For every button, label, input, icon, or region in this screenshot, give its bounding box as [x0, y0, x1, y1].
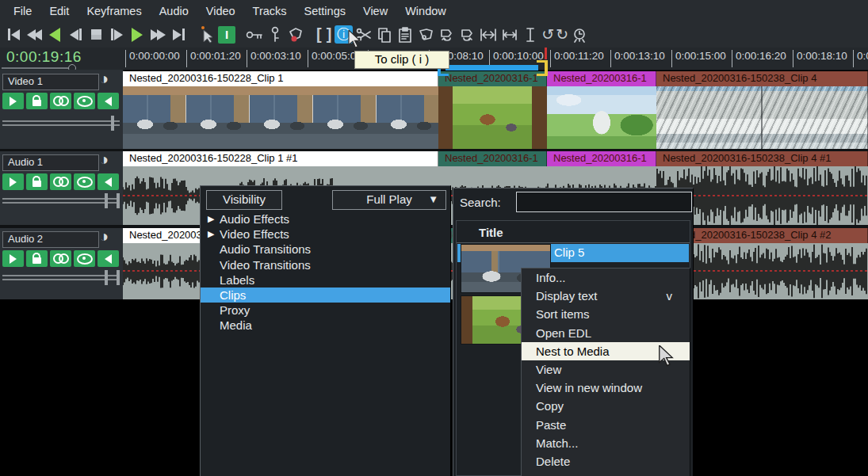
out-point-marker[interactable]: [537, 60, 548, 76]
visibility-list-item[interactable]: ▶ Audio Transitions: [201, 242, 450, 257]
fader-handle[interactable]: [105, 270, 120, 285]
visibility-list-item[interactable]: ▶ Labels: [201, 272, 450, 288]
context-menu-item[interactable]: Display text v: [522, 287, 690, 305]
clip-key-icon[interactable]: [245, 25, 264, 45]
menu-item[interactable]: Video: [197, 5, 244, 17]
out-point-bracket-button[interactable]: ]: [325, 25, 334, 44]
in-point-bracket-button[interactable]: [: [315, 25, 323, 44]
track-expand-icon[interactable]: ◑: [99, 150, 109, 169]
search-input[interactable]: [516, 192, 692, 212]
track-fader[interactable]: [2, 197, 120, 205]
fader-handle[interactable]: [105, 193, 120, 208]
track-draw-toggle[interactable]: [74, 93, 95, 109]
track-mute-toggle[interactable]: [98, 250, 119, 267]
track-mute-toggle[interactable]: [98, 173, 119, 190]
audio-clip[interactable]: Nested_20200316-150228_Clip 1 #1: [123, 151, 438, 166]
visibility-list-item[interactable]: ▶ Video Transitions: [201, 257, 450, 272]
track-play-toggle[interactable]: [2, 93, 24, 109]
context-menu-item[interactable]: View in new window: [522, 379, 690, 397]
go-to-end-button[interactable]: [169, 25, 188, 45]
track-title-input[interactable]: Video 1: [2, 74, 99, 90]
track-play-toggle[interactable]: [2, 173, 24, 190]
expand-arrow-icon[interactable]: ▶: [208, 211, 214, 227]
fit-width-icon[interactable]: [500, 25, 519, 45]
audio-clip[interactable]: Nested_20200316-1: [438, 151, 547, 166]
track-gang-toggle[interactable]: [50, 93, 71, 109]
context-menu-item[interactable]: Copy: [522, 397, 690, 415]
previous-label-icon[interactable]: [437, 25, 456, 45]
visibility-list-item[interactable]: ▶ Media: [201, 318, 450, 333]
go-to-start-button[interactable]: [4, 25, 23, 45]
track-draw-toggle[interactable]: [74, 250, 95, 267]
arrow-tool-button[interactable]: [197, 25, 216, 45]
paste-icon[interactable]: [396, 25, 415, 45]
track-arm-toggle[interactable]: [26, 93, 48, 109]
tooltip: To clip ( i ): [354, 51, 449, 69]
span-key-icon[interactable]: [266, 25, 285, 45]
undo-icon[interactable]: ↺: [541, 25, 554, 44]
menu-item[interactable]: Edit: [40, 5, 78, 17]
visibility-list-item[interactable]: ▶ Video Effects: [201, 227, 450, 242]
manual-goto-icon[interactable]: [570, 25, 589, 45]
menu-item[interactable]: Audio: [151, 5, 197, 17]
stop-button[interactable]: [86, 25, 105, 45]
track-title-input[interactable]: Audio 2: [2, 231, 99, 248]
video-clip[interactable]: Nested_20200316-150238_Clip 4: [656, 71, 868, 149]
label-lock-icon[interactable]: [286, 25, 305, 45]
menu-item[interactable]: Window: [396, 5, 455, 17]
frame-forward-button[interactable]: [107, 25, 126, 45]
track-draw-toggle[interactable]: [74, 173, 95, 190]
fit-selection-icon[interactable]: [478, 25, 499, 45]
context-menu-item[interactable]: Paste: [522, 416, 690, 434]
selection-bar[interactable]: [445, 65, 538, 70]
ruler-tick-label: 0:00:20:00: [853, 50, 868, 67]
fast-reverse-button[interactable]: [25, 25, 44, 45]
reverse-play-button[interactable]: [45, 25, 64, 45]
context-menu-item[interactable]: Delete: [522, 452, 690, 470]
chevron-down-icon: ▼: [428, 191, 438, 208]
track-expand-icon[interactable]: ◑: [99, 227, 109, 246]
mouse-cursor: [347, 30, 361, 49]
visibility-list-item[interactable]: ▶ Clips: [201, 288, 450, 303]
track-play-toggle[interactable]: [2, 250, 24, 267]
frame-reverse-button[interactable]: [66, 25, 85, 45]
visibility-button[interactable]: Visibility: [206, 190, 282, 210]
track-arm-toggle[interactable]: [26, 250, 48, 267]
menu-item[interactable]: View: [354, 5, 396, 17]
next-label-icon[interactable]: [457, 25, 476, 45]
track-gang-toggle[interactable]: [50, 173, 71, 190]
visibility-list-item[interactable]: ▶ Proxy: [201, 303, 450, 318]
menu-item[interactable]: Settings: [296, 5, 354, 17]
visibility-list-item[interactable]: ▶ Audio Effects: [201, 211, 450, 227]
context-menu-item[interactable]: Open EDL: [522, 324, 690, 342]
fast-forward-button[interactable]: [148, 25, 167, 45]
audio-clip[interactable]: Nested_20200316-150238_Clip 4 #1: [656, 151, 868, 166]
track-gang-toggle[interactable]: [50, 250, 71, 267]
video-clip[interactable]: Nested_20200316-150228_Clip 1: [123, 71, 438, 149]
track-arm-toggle[interactable]: [26, 173, 48, 190]
expand-arrow-icon[interactable]: ▶: [208, 227, 214, 242]
preset-dropdown[interactable]: Full Play ▼: [332, 190, 446, 210]
track-fader[interactable]: [2, 120, 120, 128]
menu-item[interactable]: Keyframes: [78, 5, 150, 17]
menu-item[interactable]: Tracks: [244, 5, 296, 17]
track-fader[interactable]: [2, 274, 120, 282]
menu-item[interactable]: File: [5, 5, 40, 17]
context-menu-item[interactable]: Match...: [522, 434, 690, 452]
title-column-header[interactable]: Title: [479, 226, 503, 239]
redo-icon[interactable]: ↻: [556, 25, 568, 44]
playhead-marker[interactable]: [545, 48, 547, 59]
context-menu-item[interactable]: Sort items: [522, 305, 690, 323]
play-button[interactable]: [128, 25, 147, 45]
track-mute-toggle[interactable]: [98, 93, 119, 109]
track-expand-icon[interactable]: ◑: [99, 70, 109, 88]
video-clip[interactable]: Nested_20200316-1: [547, 71, 656, 149]
copy-icon[interactable]: [375, 25, 394, 45]
context-menu-item[interactable]: Info...: [522, 268, 690, 287]
label-icon[interactable]: [416, 25, 435, 45]
track-title-input[interactable]: Audio 1: [2, 154, 99, 171]
zoom-selection-icon[interactable]: [521, 25, 540, 45]
audio-clip[interactable]: Nested_20200316-1: [547, 151, 656, 166]
video-clip[interactable]: Nested_20200316-1: [438, 71, 547, 149]
ibeam-tool-button[interactable]: I: [218, 26, 235, 44]
